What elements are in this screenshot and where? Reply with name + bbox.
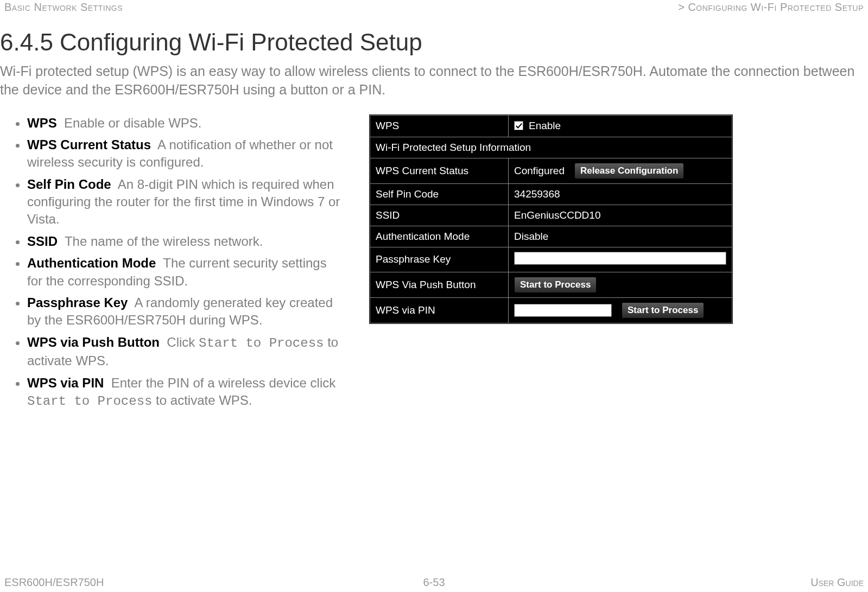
start-process-pin-button[interactable]: Start to Process [622, 302, 704, 319]
page-title: 6.4.5 Configuring Wi-Fi Protected Setup [0, 14, 868, 62]
passphrase-label: Passphrase Key [370, 247, 509, 272]
definition-post: to activate WPS. [152, 393, 252, 408]
section-heading: Wi-Fi Protected Setup Information [370, 137, 732, 158]
list-item: Authentication Mode The current security… [27, 254, 347, 290]
list-item: Self Pin Code An 8-digit PIN which is re… [27, 176, 347, 228]
definition-pre: Click [167, 335, 199, 349]
term: Authentication Mode [27, 256, 156, 270]
footer-left: ESR600H/ESR750H [4, 576, 104, 589]
list-item: WPS via PIN Enter the PIN of a wireless … [27, 374, 347, 411]
status-label: WPS Current Status [370, 158, 509, 183]
list-item: SSID The name of the wireless network. [27, 233, 347, 250]
term: SSID [27, 234, 58, 249]
definition: Enable or disable WPS. [64, 116, 201, 130]
check-icon [515, 122, 523, 130]
definition-code: Start to Process [27, 394, 152, 409]
definition-list: WPS Enable or disable WPS. WPS Current S… [0, 114, 347, 415]
status-value: Configured [514, 165, 565, 177]
lead-paragraph: Wi-Fi protected setup (WPS) is an easy w… [0, 62, 868, 99]
table-row: SSID EnGeniusCCDD10 [370, 205, 732, 226]
header-right: > Configuring Wi-Fi Protected Setup [678, 0, 864, 14]
table-row: WPS via PIN Start to Process [370, 297, 732, 323]
table-row: WPS Current Status Configured Release Co… [370, 158, 732, 183]
definition-pre: Enter the PIN of a wireless device click [111, 375, 336, 390]
term: WPS via PIN [27, 375, 104, 390]
passphrase-input[interactable] [514, 252, 726, 265]
definition-code: Start to Process [199, 336, 324, 351]
list-item: WPS via Push Button Click Start to Proce… [27, 334, 347, 370]
list-item: WPS Current Status A notification of whe… [27, 136, 347, 171]
table-row: Self Pin Code 34259368 [370, 183, 732, 205]
release-configuration-button[interactable]: Release Configuration [574, 163, 684, 179]
wps-enable-checkbox[interactable] [514, 121, 523, 130]
list-item: Passphrase Key A randomly generated key … [27, 294, 347, 329]
header-left: Basic Network Settings [4, 0, 123, 14]
self-pin-label: Self Pin Code [370, 183, 509, 205]
table-row: Wi-Fi Protected Setup Information [370, 137, 732, 158]
term: WPS [27, 116, 57, 130]
term: Passphrase Key [27, 295, 128, 310]
footer-center: 6-53 [423, 576, 445, 589]
wps-enable-label: Enable [529, 120, 561, 132]
footer-right: User Guide [810, 576, 864, 589]
ssid-label: SSID [370, 205, 509, 226]
start-process-push-button[interactable]: Start to Process [514, 277, 597, 293]
self-pin-value: 34259368 [509, 183, 732, 205]
page-header: Basic Network Settings > Configuring Wi-… [0, 0, 868, 14]
wps-pin-label: WPS via PIN [370, 297, 509, 323]
table-row: Passphrase Key [370, 247, 732, 272]
table-row: WPS Via Push Button Start to Process [370, 272, 732, 297]
router-ui-screenshot: WPS Enable Wi-Fi Protected Setup Informa… [369, 114, 733, 324]
term: WPS via Push Button [27, 335, 160, 349]
wps-label: WPS [370, 115, 509, 137]
table-row: Authentication Mode Disable [370, 226, 732, 247]
table-row: WPS Enable [370, 115, 732, 137]
term: Self Pin Code [27, 177, 111, 192]
push-button-label: WPS Via Push Button [370, 272, 509, 297]
term: WPS Current Status [27, 137, 151, 152]
page-footer: ESR600H/ESR750H 6-53 User Guide [0, 576, 868, 589]
wps-pin-input[interactable] [514, 304, 612, 317]
list-item: WPS Enable or disable WPS. [27, 114, 347, 132]
definition: The name of the wireless network. [65, 234, 263, 249]
auth-mode-label: Authentication Mode [370, 226, 509, 247]
ssid-value: EnGeniusCCDD10 [509, 205, 732, 226]
auth-mode-value: Disable [509, 226, 732, 247]
